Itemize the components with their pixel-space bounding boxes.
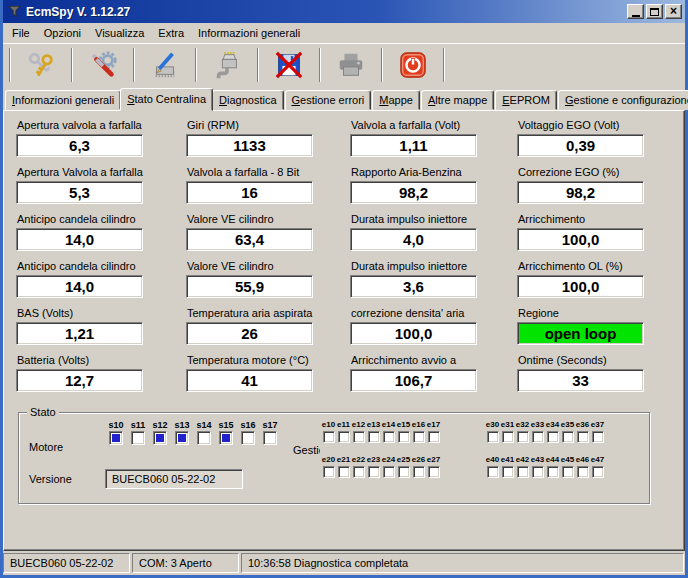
field-arricchimento-ol: Arricchimento OL (%)100,0 [517,258,672,305]
checkbox-e21[interactable] [338,466,350,478]
checkbox-e46[interactable] [577,466,589,478]
field-label: Regione [518,307,672,321]
menu-item-file[interactable]: File [5,25,37,41]
tab-eeprom[interactable]: EEPROM [495,90,557,110]
checkbox-e25[interactable] [398,466,410,478]
tab-gestione-e-configurazione[interactable]: Gestione e configurazione [558,90,688,110]
menu-item-informazioni-generali[interactable]: Informazioni generali [191,25,307,41]
checkbox-e10[interactable] [323,431,335,443]
field-value: 63,4 [186,228,313,251]
field-arricchimento: Arricchimento100,0 [517,211,672,258]
checkbox-e44[interactable] [547,466,559,478]
menu-item-opzioni[interactable]: Opzioni [37,25,88,41]
checkbox-e13[interactable] [368,431,380,443]
field-value: 98,2 [517,181,644,204]
checkbox-e26[interactable] [413,466,425,478]
edit-chip-button[interactable] [139,46,191,84]
checkbox-e40[interactable] [487,466,499,478]
exit-power-button[interactable] [387,46,439,84]
checkbox-e47[interactable] [592,466,604,478]
toolbar-separator [133,48,135,82]
errori-checkbox-row1: e30e31e32e33e34e35e36e37 [485,420,605,443]
chip-write-icon [150,50,180,80]
checkbox-e32[interactable] [517,431,529,443]
tab-mappe[interactable]: Mappe [372,90,420,110]
tab-stato-centralina[interactable]: Stato Centralina [120,88,213,111]
checkbox-e36[interactable] [577,431,589,443]
checkbox-e24[interactable] [383,466,395,478]
tab-altre-mappe[interactable]: Altre mappe [421,90,494,110]
gestione-checkbox-row1: e10e11e12e13e14e15e16e17 [321,420,441,443]
field-value: 100,0 [350,322,477,345]
checkbox-s15[interactable] [219,431,233,445]
checkbox-e30[interactable] [487,431,499,443]
checkbox-e41[interactable] [502,466,514,478]
connector-button[interactable] [201,46,253,84]
field-label: Ontime (Seconds) [518,354,672,368]
field-label: Correzione EGO (%) [518,166,672,180]
checkbox-label-e24: e24 [382,455,395,466]
tab-gestione-errori[interactable]: Gestione errori [285,90,372,110]
field-value: 16 [186,181,313,204]
checkbox-e33[interactable] [532,431,544,443]
checkbox-s16[interactable] [241,431,255,445]
checkbox-s13[interactable] [175,431,189,445]
checkbox-e37[interactable] [592,431,604,443]
checkbox-e16[interactable] [413,431,425,443]
stato-legend: Stato [27,406,59,418]
close-button[interactable]: × [665,4,682,19]
minimize-button[interactable] [627,4,644,19]
checkbox-label-e26: e26 [412,455,425,466]
checkbox-e45[interactable] [562,466,574,478]
statusbar-panel-1: BUECB060 05-22-02 [3,553,130,573]
checkbox-e27[interactable] [428,466,440,478]
menu-item-extra[interactable]: Extra [151,25,191,41]
checkbox-e22[interactable] [353,466,365,478]
checkbox-e34[interactable] [547,431,559,443]
checkbox-e35[interactable] [562,431,574,443]
checkbox-s12[interactable] [153,431,167,445]
field-valore-ve-cilindro: Valore VE cilindro55,9 [186,258,350,305]
field-label: BAS (Volts) [17,307,186,321]
field-correzione-ego: Correzione EGO (%)98,2 [517,164,672,211]
tab-informazioni-generali[interactable]: Informazioni generali [5,90,121,110]
stato-centralina-panel: Apertura valvola a farfalla6,3Apertura V… [3,110,685,551]
settings-tools-button[interactable] [77,46,129,84]
gestione-label: Gestione [293,444,320,456]
field-label: Valore VE cilindro [187,260,350,274]
save-disabled-button[interactable] [263,46,315,84]
checkbox-e42[interactable] [517,466,529,478]
field-voltaggio-ego-volt: Voltaggio EGO (Volt)0,39 [517,117,672,164]
checkbox-label-e31: e31 [501,420,514,431]
toolbar-separator [257,48,259,82]
checkbox-s17[interactable] [263,431,277,445]
field-value: 1,21 [16,322,143,345]
connect-keys-button[interactable] [15,46,67,84]
versione-label: Versione [29,473,72,485]
checkbox-e31[interactable] [502,431,514,443]
print-icon [336,50,366,80]
checkbox-e20[interactable] [323,466,335,478]
checkbox-label-s11: s11 [131,420,146,431]
checkbox-e43[interactable] [532,466,544,478]
errori-checkbox-row2: e40e41e42e43e44e45e46e47 [485,455,605,478]
checkbox-s11[interactable] [131,431,145,445]
checkbox-e23[interactable] [368,466,380,478]
checkbox-s14[interactable] [197,431,211,445]
checkbox-e12[interactable] [353,431,365,443]
checkbox-e15[interactable] [398,431,410,443]
checkbox-e17[interactable] [428,431,440,443]
field-value: 4,0 [350,228,477,251]
title-bar[interactable]: EcmSpy V. 1.12.27 × [3,0,685,23]
toolbar-separator [443,48,445,82]
field-label: correzione densita' aria [351,307,517,321]
menu-item-visualizza[interactable]: Visualizza [88,25,151,41]
tab-diagnostica[interactable]: Diagnostica [212,90,284,110]
checkbox-s10[interactable] [109,431,123,445]
checkbox-e14[interactable] [383,431,395,443]
checkbox-e11[interactable] [338,431,350,443]
field-label: Arricchimento OL (%) [518,260,672,274]
field-label: Temperatura motore (°C) [187,354,350,368]
maximize-button[interactable] [646,4,663,19]
print-button[interactable] [325,46,377,84]
